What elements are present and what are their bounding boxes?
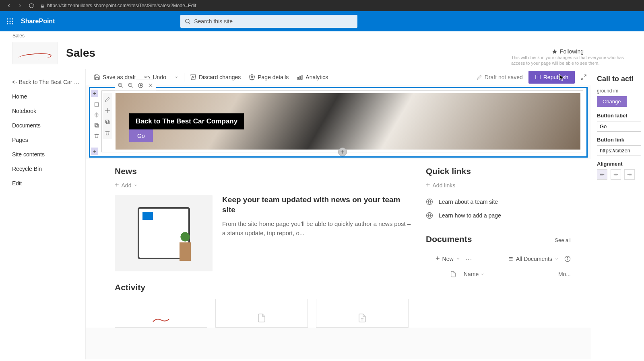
globe-icon (426, 212, 433, 219)
section-delete-icon[interactable] (94, 133, 99, 139)
focal-point-icon[interactable] (138, 82, 144, 88)
star-icon (552, 49, 557, 54)
svg-rect-14 (301, 75, 303, 79)
svg-point-1 (7, 18, 8, 20)
site-logo[interactable] (12, 42, 58, 64)
webpart-delete-icon[interactable] (105, 130, 110, 136)
align-left-button[interactable] (597, 169, 607, 180)
cta-button[interactable]: Go (129, 129, 153, 142)
align-center-button[interactable] (611, 169, 621, 180)
undo-dropdown[interactable] (170, 73, 182, 82)
activity-card[interactable] (316, 299, 409, 328)
activity-card[interactable] (115, 299, 207, 328)
section-move-icon[interactable] (94, 112, 99, 118)
webpart-move-icon[interactable] (105, 108, 110, 113)
save-icon (94, 74, 100, 80)
browser-chrome: https://citizenbuilders.sharepoint.com/s… (0, 0, 644, 11)
follow-button[interactable]: Following (552, 48, 584, 55)
left-nav: <- Back to The Best Car C... Home Notebo… (0, 69, 85, 359)
col-modified[interactable]: Mo... (558, 271, 571, 277)
svg-point-4 (7, 21, 8, 22)
button-link-lbl: Button link (597, 137, 644, 143)
svg-rect-31 (107, 121, 109, 124)
col-name[interactable]: Name (464, 271, 484, 277)
analytics-button[interactable]: Analytics (293, 72, 332, 83)
globe-icon (426, 198, 433, 205)
svg-point-6 (12, 21, 13, 22)
draft-status: Draft not saved (477, 74, 523, 80)
button-label-lbl: Button label (597, 113, 644, 119)
selected-section[interactable]: + + (89, 87, 588, 158)
align-right-button[interactable] (624, 169, 635, 180)
reload-icon[interactable] (26, 0, 37, 11)
news-add-button[interactable]: +Add (115, 181, 411, 189)
expand-icon (580, 74, 587, 80)
add-section-top-button[interactable]: + (91, 90, 98, 97)
nav-item-home[interactable]: Home (12, 89, 81, 104)
svg-line-25 (131, 86, 132, 87)
nav-item-edit[interactable]: Edit (12, 176, 81, 191)
address-bar[interactable]: https://citizenbuilders.sharepoint.com/s… (47, 3, 196, 8)
documents-view-button[interactable]: All Documents (508, 256, 559, 262)
command-bar: Save as draft Undo Discard changes Page … (86, 69, 591, 85)
documents-more-icon[interactable]: ··· (466, 256, 473, 262)
chevron-down-icon (174, 75, 178, 79)
add-section-bottom-button[interactable]: + (91, 148, 98, 155)
svg-point-2 (10, 18, 11, 20)
zoom-out-icon[interactable] (128, 82, 134, 88)
panel-title: Call to acti (597, 75, 644, 83)
discard-button[interactable]: Discard changes (186, 72, 245, 83)
button-link-input[interactable] (597, 145, 641, 156)
nav-back-link[interactable]: <- Back to The Best Car C... (12, 75, 81, 89)
change-image-button[interactable]: Change (597, 96, 627, 107)
search-icon (184, 18, 191, 25)
quicklink-item[interactable]: Learn how to add a page (426, 209, 571, 222)
republish-button[interactable]: Republish (528, 71, 575, 84)
cta-title[interactable]: Back to The Best Car Company (129, 113, 244, 129)
quicklink-item[interactable]: Learn about a team site (426, 195, 571, 209)
gear-icon (249, 74, 255, 80)
quicklinks-add-button[interactable]: +Add links (426, 181, 571, 189)
panel-bg-label: ground im (597, 88, 644, 94)
forward-icon[interactable] (14, 0, 26, 11)
news-placeholder-image (115, 195, 213, 271)
add-webpart-button[interactable]: + (338, 148, 347, 156)
nav-item-recyclebin[interactable]: Recycle Bin (12, 162, 81, 176)
app-launcher-icon[interactable] (0, 11, 20, 31)
activity-card[interactable] (215, 299, 308, 328)
svg-rect-19 (95, 123, 97, 126)
section-edit-icon[interactable] (94, 102, 99, 107)
svg-point-10 (186, 19, 189, 23)
republish-tooltip: This will check in your changes so that … (511, 55, 632, 66)
svg-point-8 (10, 23, 11, 25)
section-duplicate-icon[interactable] (94, 123, 99, 128)
analytics-icon (297, 74, 303, 80)
close-icon[interactable] (148, 82, 153, 88)
webpart-container[interactable]: Back to The Best Car Company Go + (101, 90, 583, 152)
zoom-in-icon[interactable] (118, 82, 124, 88)
back-icon[interactable] (3, 0, 14, 11)
documents-seeall-link[interactable]: See all (555, 237, 571, 243)
call-to-action-webpart[interactable]: Back to The Best Car Company Go (116, 93, 580, 150)
chevron-down-icon (555, 257, 559, 261)
documents-heading: Documents (426, 234, 472, 244)
info-icon[interactable] (564, 256, 571, 262)
brand-label[interactable]: SharePoint (20, 18, 55, 25)
webpart-duplicate-icon[interactable] (105, 119, 110, 125)
page-details-button[interactable]: Page details (245, 72, 293, 83)
nav-item-pages[interactable]: Pages (12, 133, 81, 147)
svg-line-21 (121, 86, 122, 87)
expand-button[interactable] (580, 74, 587, 80)
breadcrumb[interactable]: Sales (0, 31, 644, 39)
svg-point-3 (12, 18, 13, 20)
search-input[interactable]: Search this site (180, 15, 357, 28)
alignment-lbl: Alignment (597, 161, 644, 167)
webpart-edit-icon[interactable] (105, 96, 110, 102)
svg-point-42 (567, 257, 568, 258)
chevron-down-icon (456, 257, 460, 261)
nav-item-sitecontents[interactable]: Site contents (12, 147, 81, 162)
button-label-input[interactable] (597, 121, 641, 132)
nav-item-notebook[interactable]: Notebook (12, 104, 81, 118)
documents-new-button[interactable]: +New (436, 254, 460, 263)
nav-item-documents[interactable]: Documents (12, 118, 81, 133)
